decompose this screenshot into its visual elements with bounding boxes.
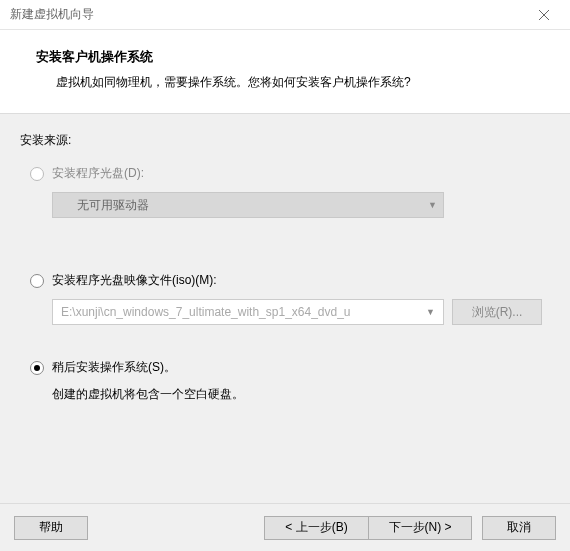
radio-row-disc[interactable]: 安装程序光盘(D): bbox=[30, 165, 550, 182]
close-icon bbox=[539, 10, 549, 20]
option-install-later: 稍后安装操作系统(S)。 创建的虚拟机将包含一个空白硬盘。 bbox=[20, 359, 550, 403]
drive-dropdown-value: 无可用驱动器 bbox=[77, 197, 149, 214]
radio-disc-label: 安装程序光盘(D): bbox=[52, 165, 144, 182]
radio-iso bbox=[30, 274, 44, 288]
wizard-header: 安装客户机操作系统 虚拟机如同物理机，需要操作系统。您将如何安装客户机操作系统? bbox=[0, 30, 570, 114]
back-button[interactable]: < 上一步(B) bbox=[264, 516, 368, 540]
wizard-footer: 帮助 < 上一步(B) 下一步(N) > 取消 bbox=[0, 503, 570, 551]
drive-dropdown: 无可用驱动器 ▼ bbox=[52, 192, 444, 218]
browse-button: 浏览(R)... bbox=[452, 299, 542, 325]
page-subtitle: 虚拟机如同物理机，需要操作系统。您将如何安装客户机操作系统? bbox=[36, 74, 546, 91]
content-area: 安装来源: 安装程序光盘(D): 无可用驱动器 ▼ 安装程序光盘映像文件(iso… bbox=[0, 114, 570, 403]
radio-iso-label: 安装程序光盘映像文件(iso)(M): bbox=[52, 272, 217, 289]
iso-path-value: E:\xunji\cn_windows_7_ultimate_with_sp1_… bbox=[61, 305, 351, 319]
chevron-down-icon: ▼ bbox=[428, 200, 437, 210]
install-source-label: 安装来源: bbox=[20, 132, 550, 149]
radio-row-iso[interactable]: 安装程序光盘映像文件(iso)(M): bbox=[30, 272, 550, 289]
window-title: 新建虚拟机向导 bbox=[10, 6, 94, 23]
next-button[interactable]: 下一步(N) > bbox=[368, 516, 472, 540]
option-iso-file: 安装程序光盘映像文件(iso)(M): E:\xunji\cn_windows_… bbox=[20, 272, 550, 325]
radio-later-label: 稍后安装操作系统(S)。 bbox=[52, 359, 176, 376]
iso-path-input: E:\xunji\cn_windows_7_ultimate_with_sp1_… bbox=[52, 299, 444, 325]
radio-row-later[interactable]: 稍后安装操作系统(S)。 bbox=[30, 359, 550, 376]
titlebar: 新建虚拟机向导 bbox=[0, 0, 570, 30]
radio-later bbox=[30, 361, 44, 375]
cancel-button[interactable]: 取消 bbox=[482, 516, 556, 540]
chevron-down-icon: ▼ bbox=[426, 307, 435, 317]
later-description: 创建的虚拟机将包含一个空白硬盘。 bbox=[52, 386, 550, 403]
close-button[interactable] bbox=[522, 1, 566, 29]
page-title: 安装客户机操作系统 bbox=[36, 48, 546, 66]
option-installer-disc: 安装程序光盘(D): 无可用驱动器 ▼ bbox=[20, 165, 550, 218]
help-button[interactable]: 帮助 bbox=[14, 516, 88, 540]
radio-disc bbox=[30, 167, 44, 181]
